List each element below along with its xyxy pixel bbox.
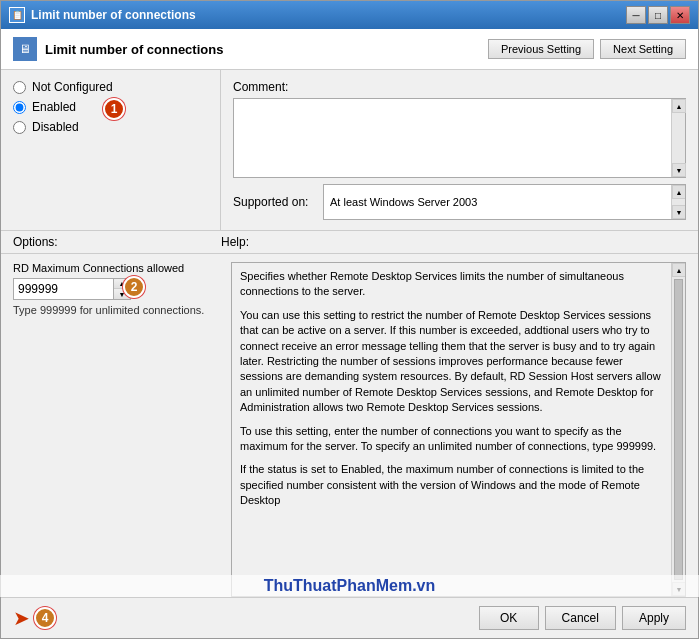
comment-scroll-down[interactable]: ▼ xyxy=(672,163,686,177)
radio-disabled-label: Disabled xyxy=(32,120,79,134)
main-window: 📋 Limit number of connections ─ □ ✕ 🖥 Li… xyxy=(0,0,699,639)
badge-4: 4 xyxy=(34,607,56,629)
comment-textarea[interactable] xyxy=(234,99,671,177)
top-content: Not Configured Enabled 1 Disabled Commen… xyxy=(1,70,698,231)
help-para-3: If the status is set to Enabled, the max… xyxy=(240,462,663,508)
supported-row: Supported on: At least Windows Server 20… xyxy=(233,184,686,220)
help-scroll-thumb[interactable] xyxy=(674,279,683,580)
radio-enabled-label: Enabled xyxy=(32,100,76,114)
window-icon: 📋 xyxy=(9,7,25,23)
radio-not-configured[interactable]: Not Configured xyxy=(13,80,208,94)
arrow-icon: ➤ xyxy=(13,606,30,630)
prev-setting-button[interactable]: Previous Setting xyxy=(488,39,594,59)
help-scroll-down[interactable]: ▼ xyxy=(672,582,686,596)
comment-area-wrapper: ▲ ▼ xyxy=(233,98,686,178)
cancel-button[interactable]: Cancel xyxy=(545,606,616,630)
radio-group: Not Configured Enabled 1 Disabled xyxy=(13,80,208,134)
ok-button[interactable]: OK xyxy=(479,606,539,630)
supported-scroll-down[interactable]: ▼ xyxy=(672,205,686,219)
badge-1: 1 xyxy=(103,98,125,120)
title-bar-left: 📋 Limit number of connections xyxy=(9,7,196,23)
help-content: Specifies whether Remote Desktop Service… xyxy=(232,263,671,596)
supported-label: Supported on: xyxy=(233,195,323,209)
window-title: Limit number of connections xyxy=(31,8,196,22)
options-area: RD Maximum Connections allowed ▲ ▼ 2 Typ… xyxy=(13,254,221,597)
dialog-header: 🖥 Limit number of connections Previous S… xyxy=(1,29,698,70)
radio-enabled-input[interactable] xyxy=(13,101,26,114)
title-bar: 📋 Limit number of connections ─ □ ✕ xyxy=(1,1,698,29)
radio-not-configured-label: Not Configured xyxy=(32,80,113,94)
close-button[interactable]: ✕ xyxy=(670,6,690,24)
options-section-label: Options: xyxy=(13,235,221,249)
help-section-label: Help: xyxy=(221,235,686,249)
minimize-button[interactable]: ─ xyxy=(626,6,646,24)
maximize-button[interactable]: □ xyxy=(648,6,668,24)
spinner-wrapper: ▲ ▼ 2 xyxy=(13,278,133,300)
dialog-header-title: Limit number of connections xyxy=(45,42,223,57)
help-scroll-up[interactable]: ▲ xyxy=(672,263,686,277)
supported-value: At least Windows Server 2003 xyxy=(330,196,477,208)
dialog-header-icon: 🖥 xyxy=(13,37,37,61)
help-para-0: Specifies whether Remote Desktop Service… xyxy=(240,269,663,300)
title-bar-controls: ─ □ ✕ xyxy=(626,6,690,24)
comment-supported-panel: Comment: ▲ ▼ Supported on: At least Wind… xyxy=(221,70,698,230)
connections-input[interactable] xyxy=(13,278,113,300)
help-para-2: To use this setting, enter the number of… xyxy=(240,424,663,455)
help-scroll-container: Specifies whether Remote Desktop Service… xyxy=(231,262,686,597)
supported-scrollbar: ▲ ▼ xyxy=(671,185,685,219)
badge-2: 2 xyxy=(123,276,145,298)
section-labels-row: Options: Help: xyxy=(1,231,698,254)
dialog-header-buttons: Previous Setting Next Setting xyxy=(488,39,686,59)
comment-scrollbar: ▲ ▼ xyxy=(671,99,685,177)
radio-disabled-input[interactable] xyxy=(13,121,26,134)
options-field-label: RD Maximum Connections allowed xyxy=(13,262,221,274)
options-hint: Type 999999 for unlimited connections. xyxy=(13,304,221,316)
footer-left: ➤ 4 xyxy=(13,606,473,630)
help-para-1: You can use this setting to restrict the… xyxy=(240,308,663,416)
supported-box: At least Windows Server 2003 ▲ ▼ xyxy=(323,184,686,220)
footer: ➤ 4 OK Cancel Apply xyxy=(1,597,698,638)
radio-enabled[interactable]: Enabled 1 xyxy=(13,100,208,114)
radio-disabled[interactable]: Disabled xyxy=(13,120,208,134)
main-bottom: RD Maximum Connections allowed ▲ ▼ 2 Typ… xyxy=(1,254,698,597)
comment-label: Comment: xyxy=(233,80,686,94)
comment-scroll-up[interactable]: ▲ xyxy=(672,99,686,113)
radio-panel: Not Configured Enabled 1 Disabled xyxy=(1,70,221,230)
help-scrollbar[interactable]: ▲ ▼ xyxy=(671,263,685,596)
next-setting-button[interactable]: Next Setting xyxy=(600,39,686,59)
help-area: Specifies whether Remote Desktop Service… xyxy=(231,254,686,597)
supported-scroll-up[interactable]: ▲ xyxy=(672,185,686,199)
apply-button[interactable]: Apply xyxy=(622,606,686,630)
radio-not-configured-input[interactable] xyxy=(13,81,26,94)
